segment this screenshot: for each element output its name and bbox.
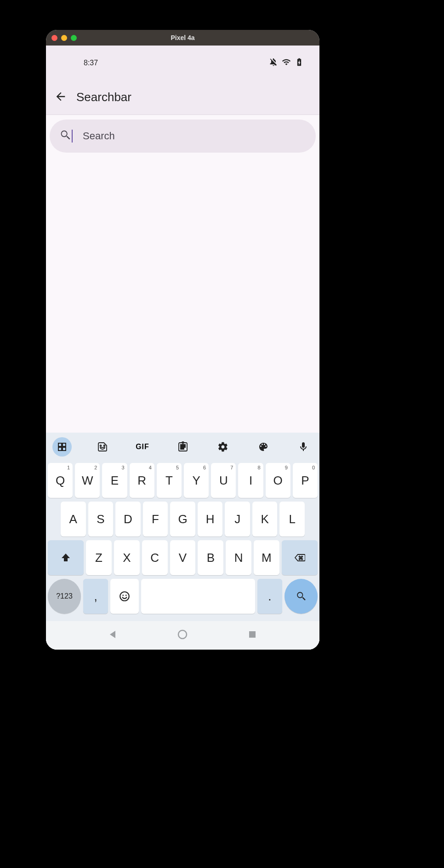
- keyboard-search-key[interactable]: [285, 579, 318, 614]
- device-screen: 8:37 Searchbar: [46, 46, 319, 650]
- key-r[interactable]: R4: [130, 463, 154, 498]
- key-w[interactable]: W2: [75, 463, 100, 498]
- app-bar: Searchbar: [46, 80, 319, 115]
- search-field[interactable]: [50, 120, 316, 153]
- navigation-bar: [46, 621, 319, 650]
- backspace-key[interactable]: [282, 540, 318, 575]
- maximize-window-button[interactable]: [71, 35, 77, 41]
- status-bar: 8:37: [46, 46, 319, 80]
- search-area: [46, 115, 319, 157]
- mic-icon[interactable]: [294, 437, 313, 457]
- key-b[interactable]: B: [198, 540, 223, 575]
- key-d[interactable]: D: [115, 502, 141, 537]
- key-g[interactable]: G: [170, 502, 195, 537]
- svg-point-0: [120, 592, 129, 601]
- key-c[interactable]: C: [142, 540, 168, 575]
- theme-palette-icon[interactable]: [254, 437, 273, 457]
- close-window-button[interactable]: [51, 35, 57, 41]
- emulator-window: Pixel 4a 8:37 Searchbar: [46, 30, 319, 650]
- key-p[interactable]: P0: [293, 463, 318, 498]
- clipboard-icon[interactable]: [173, 437, 193, 457]
- key-n[interactable]: N: [226, 540, 251, 575]
- key-f[interactable]: F: [143, 502, 168, 537]
- nav-recent-button[interactable]: [247, 629, 258, 642]
- key-z[interactable]: Z: [86, 540, 112, 575]
- keyboard-keys: Q1W2E3R4T5Y6U7I8O9P0 ASDFGHJKL ZXCVBNM ?…: [46, 461, 319, 621]
- keyboard-apps-icon[interactable]: [52, 437, 72, 457]
- key-q[interactable]: Q1: [48, 463, 73, 498]
- notifications-off-icon: [269, 57, 278, 69]
- svg-point-1: [122, 594, 124, 596]
- key-e[interactable]: E3: [102, 463, 127, 498]
- comma-key[interactable]: ,: [83, 579, 108, 614]
- key-k[interactable]: K: [252, 502, 278, 537]
- key-t[interactable]: T5: [157, 463, 182, 498]
- emoji-key[interactable]: [110, 579, 139, 614]
- key-y[interactable]: Y6: [184, 463, 209, 498]
- space-key[interactable]: [141, 579, 255, 614]
- key-s[interactable]: S: [88, 502, 114, 537]
- battery-charging-icon: [295, 57, 304, 69]
- key-o[interactable]: O9: [266, 463, 290, 498]
- shift-key[interactable]: [48, 540, 84, 575]
- key-u[interactable]: U7: [211, 463, 236, 498]
- key-l[interactable]: L: [279, 502, 305, 537]
- window-title: Pixel 4a: [171, 34, 194, 41]
- key-j[interactable]: J: [225, 502, 250, 537]
- traffic-lights: [51, 35, 77, 41]
- svg-rect-4: [249, 631, 256, 638]
- text-cursor: [72, 130, 73, 143]
- macos-titlebar: Pixel 4a: [46, 30, 319, 46]
- period-key[interactable]: .: [257, 579, 282, 614]
- key-v[interactable]: V: [170, 540, 196, 575]
- content-area: [46, 157, 319, 433]
- back-button[interactable]: [54, 90, 67, 105]
- nav-home-button[interactable]: [177, 629, 188, 642]
- wifi-icon: [282, 57, 291, 69]
- search-input[interactable]: [83, 130, 307, 142]
- key-x[interactable]: X: [114, 540, 140, 575]
- status-icons: [269, 57, 304, 69]
- svg-point-3: [178, 630, 187, 639]
- svg-point-2: [125, 594, 127, 596]
- search-icon: [59, 129, 72, 143]
- key-h[interactable]: H: [198, 502, 223, 537]
- sticker-icon[interactable]: [93, 437, 112, 457]
- on-screen-keyboard: GIF Q1W2E3R4T5Y6U7I8O9P0 ASDFGHJKL: [46, 433, 319, 650]
- settings-icon[interactable]: [213, 437, 233, 457]
- status-time: 8:37: [84, 59, 98, 67]
- key-i[interactable]: I8: [238, 463, 263, 498]
- key-m[interactable]: M: [254, 540, 279, 575]
- symbols-key[interactable]: ?123: [48, 579, 81, 614]
- gif-icon[interactable]: GIF: [133, 437, 152, 457]
- nav-back-button[interactable]: [108, 629, 119, 642]
- key-a[interactable]: A: [61, 502, 86, 537]
- keyboard-toolbar: GIF: [46, 433, 319, 461]
- minimize-window-button[interactable]: [61, 35, 67, 41]
- appbar-title: Searchbar: [76, 90, 131, 104]
